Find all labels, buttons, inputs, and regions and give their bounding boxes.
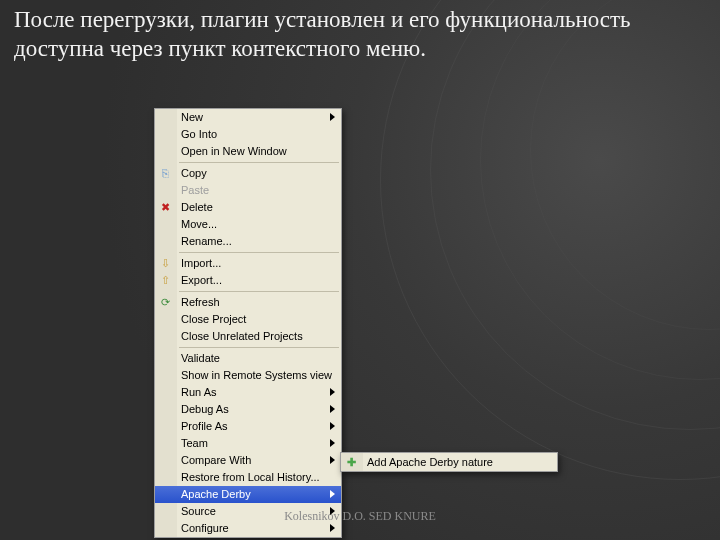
menu-item-label: Go Into xyxy=(181,128,217,140)
menu-item-label: Debug As xyxy=(181,403,229,415)
submenu-item-label: Add Apache Derby nature xyxy=(367,456,493,468)
context-menu[interactable]: NewGo IntoOpen in New Window⎘CopyPaste✖D… xyxy=(154,108,342,538)
copy-icon: ⎘ xyxy=(158,166,173,181)
menu-item-close-project[interactable]: Close Project xyxy=(155,311,341,328)
menu-item-label: Close Unrelated Projects xyxy=(181,330,303,342)
menu-item-label: Validate xyxy=(181,352,220,364)
menu-item-label: New xyxy=(181,111,203,123)
slide-heading: После перегрузки, плагин установлен и ег… xyxy=(14,6,704,64)
import-icon: ⇩ xyxy=(158,256,173,271)
menu-item-label: Open in New Window xyxy=(181,145,287,157)
menu-item-label: Close Project xyxy=(181,313,246,325)
menu-item-restore-from-local-history[interactable]: Restore from Local History... xyxy=(155,469,341,486)
submenu-arrow-icon xyxy=(330,388,335,396)
submenu-item-add-apache-derby-nature[interactable]: ✚ Add Apache Derby nature xyxy=(341,453,557,471)
menu-item-label: Copy xyxy=(181,167,207,179)
menu-item-compare-with[interactable]: Compare With xyxy=(155,452,341,469)
menu-item-label: Team xyxy=(181,437,208,449)
menu-item-debug-as[interactable]: Debug As xyxy=(155,401,341,418)
submenu-arrow-icon xyxy=(330,490,335,498)
menu-item-label: Configure xyxy=(181,522,229,534)
menu-item-label: Refresh xyxy=(181,296,220,308)
menu-item-export[interactable]: ⇧Export... xyxy=(155,272,341,289)
menu-item-label: Profile As xyxy=(181,420,227,432)
export-icon: ⇧ xyxy=(158,273,173,288)
menu-item-close-unrelated-projects[interactable]: Close Unrelated Projects xyxy=(155,328,341,345)
menu-item-copy[interactable]: ⎘Copy xyxy=(155,165,341,182)
menu-item-label: Import... xyxy=(181,257,221,269)
submenu-arrow-icon xyxy=(330,113,335,121)
menu-item-label: Restore from Local History... xyxy=(181,471,320,483)
menu-item-validate[interactable]: Validate xyxy=(155,350,341,367)
submenu-arrow-icon xyxy=(330,422,335,430)
refresh-icon: ⟳ xyxy=(158,295,173,310)
menu-item-open-in-new-window[interactable]: Open in New Window xyxy=(155,143,341,160)
menu-item-label: Run As xyxy=(181,386,216,398)
submenu-arrow-icon xyxy=(330,507,335,515)
menu-separator xyxy=(179,162,339,163)
menu-item-profile-as[interactable]: Profile As xyxy=(155,418,341,435)
menu-item-go-into[interactable]: Go Into xyxy=(155,126,341,143)
menu-item-label: Source xyxy=(181,505,216,517)
delete-icon: ✖ xyxy=(158,200,173,215)
menu-item-apache-derby[interactable]: Apache Derby xyxy=(155,486,341,503)
menu-item-paste: Paste xyxy=(155,182,341,199)
submenu-arrow-icon xyxy=(330,439,335,447)
menu-item-label: Export... xyxy=(181,274,222,286)
menu-item-delete[interactable]: ✖Delete xyxy=(155,199,341,216)
menu-item-label: Compare With xyxy=(181,454,251,466)
menu-item-move[interactable]: Move... xyxy=(155,216,341,233)
submenu-arrow-icon xyxy=(330,456,335,464)
menu-item-label: Move... xyxy=(181,218,217,230)
menu-item-label: Delete xyxy=(181,201,213,213)
menu-separator xyxy=(179,252,339,253)
context-submenu[interactable]: ✚ Add Apache Derby nature xyxy=(340,452,558,472)
menu-separator xyxy=(179,347,339,348)
menu-item-label: Apache Derby xyxy=(181,488,251,500)
menu-item-label: Paste xyxy=(181,184,209,196)
submenu-arrow-icon xyxy=(330,524,335,532)
submenu-arrow-icon xyxy=(330,405,335,413)
menu-item-show-in-remote-systems-view[interactable]: Show in Remote Systems view xyxy=(155,367,341,384)
menu-item-import[interactable]: ⇩Import... xyxy=(155,255,341,272)
slide-footer: Kolesnikov D.O. SED KNURE xyxy=(0,509,720,524)
menu-item-rename[interactable]: Rename... xyxy=(155,233,341,250)
menu-item-run-as[interactable]: Run As xyxy=(155,384,341,401)
menu-item-team[interactable]: Team xyxy=(155,435,341,452)
menu-item-new[interactable]: New xyxy=(155,109,341,126)
menu-separator xyxy=(179,291,339,292)
menu-item-label: Rename... xyxy=(181,235,232,247)
menu-item-label: Show in Remote Systems view xyxy=(181,369,332,381)
menu-item-refresh[interactable]: ⟳Refresh xyxy=(155,294,341,311)
plus-icon: ✚ xyxy=(344,454,359,469)
